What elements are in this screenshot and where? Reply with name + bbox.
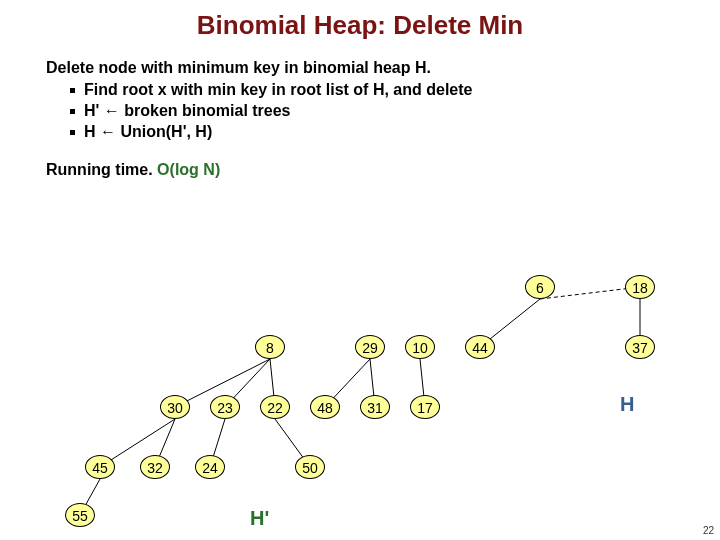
- heap-label-h: H: [620, 393, 634, 416]
- heap-node: 18: [625, 275, 655, 299]
- heap-node: 30: [160, 395, 190, 419]
- bullet-list: Find root x with min key in root list of…: [46, 81, 720, 141]
- running-time-label: Running time.: [46, 161, 157, 178]
- heap-node: 32: [140, 455, 170, 479]
- heap-node: 44: [465, 335, 495, 359]
- heap-node: 29: [355, 335, 385, 359]
- bullet-item: H' ← broken binomial trees: [70, 102, 720, 120]
- heap-node: 31: [360, 395, 390, 419]
- heap-node: 10: [405, 335, 435, 359]
- heap-node: 23: [210, 395, 240, 419]
- heap-node: 17: [410, 395, 440, 419]
- heap-node: 24: [195, 455, 225, 479]
- bullet-item: H ← Union(H', H): [70, 123, 720, 141]
- heap-node: 37: [625, 335, 655, 359]
- running-time-value: O(log N): [157, 161, 220, 178]
- heap-diagram: 6 18 8 29 10 44 37 30 23 22 48 31 17 45 …: [0, 275, 720, 535]
- heap-label-hprime: H': [250, 507, 269, 530]
- heap-node: 45: [85, 455, 115, 479]
- heap-node: 8: [255, 335, 285, 359]
- page-number: 22: [703, 525, 714, 536]
- heap-node: 6: [525, 275, 555, 299]
- description-block: Delete node with minimum key in binomial…: [46, 59, 720, 179]
- intro-line: Delete node with minimum key in binomial…: [46, 59, 720, 77]
- page-title: Binomial Heap: Delete Min: [0, 0, 720, 41]
- heap-node: 48: [310, 395, 340, 419]
- heap-node: 50: [295, 455, 325, 479]
- running-time: Running time. O(log N): [46, 161, 720, 179]
- bullet-item: Find root x with min key in root list of…: [70, 81, 720, 99]
- heap-node: 22: [260, 395, 290, 419]
- heap-node: 55: [65, 503, 95, 527]
